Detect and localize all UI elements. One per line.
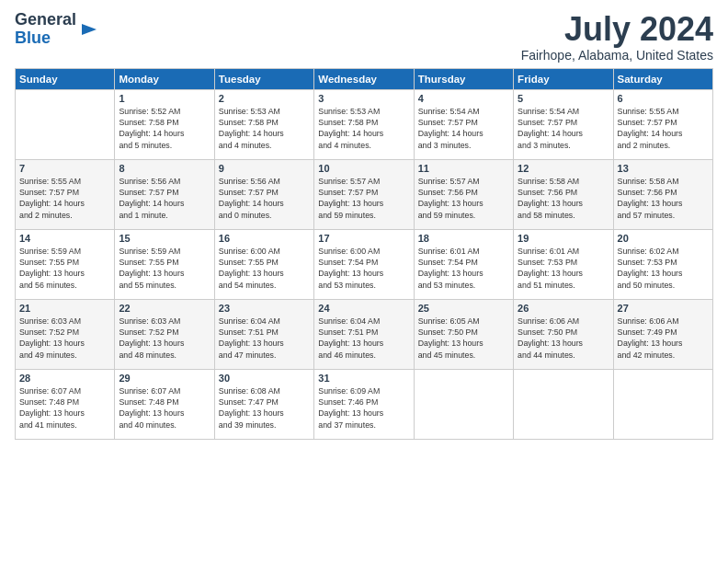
calendar-cell: 26Sunrise: 6:06 AM Sunset: 7:50 PM Dayli…: [514, 299, 613, 369]
calendar-week-5: 28Sunrise: 6:07 AM Sunset: 7:48 PM Dayli…: [16, 369, 713, 439]
logo: General Blue: [15, 11, 98, 48]
cell-info: Sunrise: 6:04 AM Sunset: 7:51 PM Dayligh…: [318, 316, 409, 361]
calendar-cell: [16, 89, 115, 159]
day-number: 2: [219, 93, 310, 104]
calendar-cell: 23Sunrise: 6:04 AM Sunset: 7:51 PM Dayli…: [214, 299, 313, 369]
calendar-cell: [414, 369, 513, 439]
calendar-week-1: 1Sunrise: 5:52 AM Sunset: 7:58 PM Daylig…: [16, 89, 713, 159]
calendar-cell: 7Sunrise: 5:55 AM Sunset: 7:57 PM Daylig…: [16, 159, 115, 229]
day-number: 10: [318, 163, 409, 174]
cell-info: Sunrise: 6:03 AM Sunset: 7:52 PM Dayligh…: [119, 316, 210, 361]
logo-icon: [80, 20, 98, 39]
cell-info: Sunrise: 6:03 AM Sunset: 7:52 PM Dayligh…: [19, 316, 110, 361]
location-label: Fairhope, Alabama, United States: [521, 48, 713, 63]
calendar-cell: [514, 369, 613, 439]
cell-info: Sunrise: 6:05 AM Sunset: 7:50 PM Dayligh…: [418, 316, 509, 361]
calendar-cell: 13Sunrise: 5:58 AM Sunset: 7:56 PM Dayli…: [613, 159, 712, 229]
calendar-cell: 3Sunrise: 5:53 AM Sunset: 7:58 PM Daylig…: [314, 89, 414, 159]
cell-info: Sunrise: 5:53 AM Sunset: 7:58 PM Dayligh…: [318, 106, 409, 151]
cell-info: Sunrise: 5:57 AM Sunset: 7:57 PM Dayligh…: [318, 176, 409, 221]
calendar-cell: 21Sunrise: 6:03 AM Sunset: 7:52 PM Dayli…: [16, 299, 115, 369]
cell-info: Sunrise: 5:53 AM Sunset: 7:58 PM Dayligh…: [219, 106, 310, 151]
weekday-header-wednesday: Wednesday: [314, 68, 414, 89]
day-number: 31: [318, 373, 409, 384]
day-number: 17: [318, 233, 409, 244]
cell-info: Sunrise: 5:58 AM Sunset: 7:56 PM Dayligh…: [518, 176, 609, 221]
month-title: July 2024: [521, 11, 713, 48]
calendar-cell: 31Sunrise: 6:09 AM Sunset: 7:46 PM Dayli…: [314, 369, 414, 439]
day-number: 5: [518, 93, 609, 104]
calendar-cell: 9Sunrise: 5:56 AM Sunset: 7:57 PM Daylig…: [214, 159, 313, 229]
weekday-header-thursday: Thursday: [414, 68, 513, 89]
day-number: 13: [618, 163, 709, 174]
cell-info: Sunrise: 5:55 AM Sunset: 7:57 PM Dayligh…: [19, 176, 110, 221]
weekday-header-tuesday: Tuesday: [214, 68, 313, 89]
calendar-week-2: 7Sunrise: 5:55 AM Sunset: 7:57 PM Daylig…: [16, 159, 713, 229]
weekday-header-monday: Monday: [115, 68, 214, 89]
day-number: 25: [418, 303, 509, 314]
calendar-week-3: 14Sunrise: 5:59 AM Sunset: 7:55 PM Dayli…: [16, 229, 713, 299]
calendar-cell: 4Sunrise: 5:54 AM Sunset: 7:57 PM Daylig…: [414, 89, 513, 159]
page-container: General Blue July 2024 Fairhope, Alabama…: [0, 0, 728, 447]
day-number: 7: [19, 163, 110, 174]
day-number: 8: [119, 163, 210, 174]
cell-info: Sunrise: 6:00 AM Sunset: 7:54 PM Dayligh…: [318, 246, 409, 291]
calendar-cell: 24Sunrise: 6:04 AM Sunset: 7:51 PM Dayli…: [314, 299, 414, 369]
cell-info: Sunrise: 6:06 AM Sunset: 7:50 PM Dayligh…: [518, 316, 609, 361]
calendar-cell: 28Sunrise: 6:07 AM Sunset: 7:48 PM Dayli…: [16, 369, 115, 439]
cell-info: Sunrise: 6:08 AM Sunset: 7:47 PM Dayligh…: [219, 385, 310, 431]
calendar-cell: 19Sunrise: 6:01 AM Sunset: 7:53 PM Dayli…: [514, 229, 613, 299]
day-number: 14: [19, 233, 110, 244]
cell-info: Sunrise: 6:01 AM Sunset: 7:54 PM Dayligh…: [418, 246, 509, 291]
day-number: 6: [618, 93, 709, 104]
cell-info: Sunrise: 5:59 AM Sunset: 7:55 PM Dayligh…: [119, 246, 210, 291]
calendar-cell: 11Sunrise: 5:57 AM Sunset: 7:56 PM Dayli…: [414, 159, 513, 229]
weekday-header-friday: Friday: [514, 68, 613, 89]
day-number: 9: [219, 163, 310, 174]
day-number: 22: [119, 303, 210, 314]
cell-info: Sunrise: 5:54 AM Sunset: 7:57 PM Dayligh…: [418, 106, 509, 151]
svg-marker-0: [82, 24, 97, 35]
calendar-cell: 22Sunrise: 6:03 AM Sunset: 7:52 PM Dayli…: [115, 299, 214, 369]
day-number: 20: [618, 233, 709, 244]
calendar-cell: 15Sunrise: 5:59 AM Sunset: 7:55 PM Dayli…: [115, 229, 214, 299]
calendar-cell: 27Sunrise: 6:06 AM Sunset: 7:49 PM Dayli…: [613, 299, 712, 369]
cell-info: Sunrise: 6:09 AM Sunset: 7:46 PM Dayligh…: [318, 385, 409, 431]
calendar-table: SundayMondayTuesdayWednesdayThursdayFrid…: [15, 68, 713, 440]
cell-info: Sunrise: 5:52 AM Sunset: 7:58 PM Dayligh…: [119, 106, 210, 151]
cell-info: Sunrise: 6:04 AM Sunset: 7:51 PM Dayligh…: [219, 316, 310, 361]
day-number: 29: [119, 373, 210, 384]
cell-info: Sunrise: 6:07 AM Sunset: 7:48 PM Dayligh…: [119, 385, 210, 431]
calendar-cell: 30Sunrise: 6:08 AM Sunset: 7:47 PM Dayli…: [214, 369, 313, 439]
calendar-cell: 14Sunrise: 5:59 AM Sunset: 7:55 PM Dayli…: [16, 229, 115, 299]
calendar-cell: 16Sunrise: 6:00 AM Sunset: 7:55 PM Dayli…: [214, 229, 313, 299]
cell-info: Sunrise: 5:58 AM Sunset: 7:56 PM Dayligh…: [618, 176, 709, 221]
day-number: 26: [518, 303, 609, 314]
header: General Blue July 2024 Fairhope, Alabama…: [15, 11, 713, 63]
day-number: 23: [219, 303, 310, 314]
calendar-cell: 5Sunrise: 5:54 AM Sunset: 7:57 PM Daylig…: [514, 89, 613, 159]
cell-info: Sunrise: 5:55 AM Sunset: 7:57 PM Dayligh…: [618, 106, 709, 151]
cell-info: Sunrise: 5:56 AM Sunset: 7:57 PM Dayligh…: [219, 176, 310, 221]
day-number: 19: [518, 233, 609, 244]
cell-info: Sunrise: 5:54 AM Sunset: 7:57 PM Dayligh…: [518, 106, 609, 151]
day-number: 18: [418, 233, 509, 244]
cell-info: Sunrise: 6:00 AM Sunset: 7:55 PM Dayligh…: [219, 246, 310, 291]
cell-info: Sunrise: 5:56 AM Sunset: 7:57 PM Dayligh…: [119, 176, 210, 221]
day-number: 12: [518, 163, 609, 174]
calendar-cell: 20Sunrise: 6:02 AM Sunset: 7:53 PM Dayli…: [613, 229, 712, 299]
calendar-cell: 12Sunrise: 5:58 AM Sunset: 7:56 PM Dayli…: [514, 159, 613, 229]
weekday-header-sunday: Sunday: [16, 68, 115, 89]
cell-info: Sunrise: 6:07 AM Sunset: 7:48 PM Dayligh…: [19, 385, 110, 431]
day-number: 21: [19, 303, 110, 314]
weekday-header-saturday: Saturday: [613, 68, 712, 89]
weekday-header-row: SundayMondayTuesdayWednesdayThursdayFrid…: [16, 68, 713, 89]
day-number: 3: [318, 93, 409, 104]
calendar-cell: 8Sunrise: 5:56 AM Sunset: 7:57 PM Daylig…: [115, 159, 214, 229]
cell-info: Sunrise: 5:59 AM Sunset: 7:55 PM Dayligh…: [19, 246, 110, 291]
day-number: 11: [418, 163, 509, 174]
cell-info: Sunrise: 6:06 AM Sunset: 7:49 PM Dayligh…: [618, 316, 709, 361]
day-number: 16: [219, 233, 310, 244]
calendar-cell: 10Sunrise: 5:57 AM Sunset: 7:57 PM Dayli…: [314, 159, 414, 229]
title-section: July 2024 Fairhope, Alabama, United Stat…: [521, 11, 713, 63]
